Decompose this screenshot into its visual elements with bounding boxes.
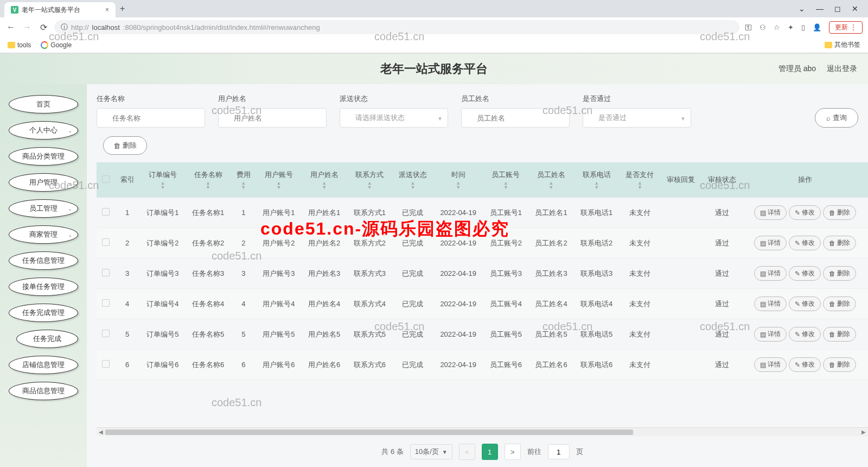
sidebar-item[interactable]: 首页 bbox=[9, 95, 78, 113]
maximize-icon[interactable]: ◻ bbox=[834, 4, 841, 13]
close-tab-icon[interactable]: × bbox=[105, 6, 109, 14]
sort-icon[interactable]: ▲▼ bbox=[351, 181, 388, 190]
sort-icon[interactable]: ▲▼ bbox=[144, 181, 181, 190]
column-header[interactable]: 时间▲▼ bbox=[433, 162, 483, 198]
row-checkbox[interactable] bbox=[102, 238, 110, 246]
detail-button[interactable]: ▤详情 bbox=[754, 327, 787, 342]
column-header[interactable]: 审核回复 bbox=[660, 162, 701, 198]
back-icon[interactable]: ← bbox=[5, 22, 16, 32]
edit-button[interactable]: ✎修改 bbox=[789, 357, 821, 372]
goto-page-input[interactable] bbox=[548, 444, 570, 459]
column-header[interactable]: 审核状态 bbox=[701, 162, 743, 198]
sidebar-item[interactable]: 用户管理⌄ bbox=[9, 173, 78, 192]
next-page-button[interactable]: > bbox=[505, 444, 521, 460]
scrollbar-thumb[interactable] bbox=[105, 430, 633, 435]
sidebar-item[interactable]: 员工管理⌄ bbox=[9, 199, 78, 218]
sort-icon[interactable]: ▲▼ bbox=[578, 181, 615, 190]
prev-page-button[interactable]: < bbox=[459, 444, 475, 460]
edit-button[interactable]: ✎修改 bbox=[789, 266, 821, 281]
star-icon[interactable]: ☆ bbox=[774, 23, 780, 31]
delivery-status-select[interactable]: 请选择派送状态 bbox=[340, 108, 448, 128]
update-button[interactable]: 更新 ⋮ bbox=[829, 21, 863, 34]
page-number[interactable]: 1 bbox=[482, 444, 498, 460]
horizontal-scrollbar[interactable]: ◀ ▶ bbox=[97, 427, 868, 436]
scroll-left-icon[interactable]: ◀ bbox=[97, 429, 105, 435]
detail-button[interactable]: ▤详情 bbox=[754, 205, 787, 220]
column-header[interactable]: 用户账号▲▼ bbox=[256, 162, 302, 198]
profile-icon[interactable]: 👤 bbox=[813, 23, 821, 31]
sidebar-item[interactable]: 个人中心⌄ bbox=[9, 121, 78, 140]
panel-icon[interactable]: ▯ bbox=[801, 23, 805, 31]
edit-button[interactable]: ✎修改 bbox=[789, 327, 821, 342]
edit-button[interactable]: ✎修改 bbox=[789, 296, 821, 311]
sidebar-item[interactable]: 接单任务管理 bbox=[9, 277, 78, 296]
chevron-down-icon[interactable]: ⌄ bbox=[799, 4, 805, 13]
edit-button[interactable]: ✎修改 bbox=[789, 205, 821, 220]
sidebar-item[interactable]: 任务信息管理 bbox=[9, 251, 78, 270]
detail-button[interactable]: ▤详情 bbox=[754, 357, 787, 372]
sort-icon[interactable]: ▲▼ bbox=[488, 181, 525, 190]
sort-icon[interactable]: ▲▼ bbox=[260, 181, 297, 190]
sort-icon[interactable]: ▲▼ bbox=[397, 181, 429, 190]
column-header[interactable]: 联系方式▲▼ bbox=[347, 162, 392, 198]
sidebar-item[interactable]: 店铺信息管理 bbox=[9, 356, 78, 374]
pass-select[interactable]: 是否通过 bbox=[583, 108, 691, 128]
column-header[interactable]: 任务名称▲▼ bbox=[186, 162, 231, 198]
url-input[interactable]: ⓘ http://localhost:8080/springboot4nsk1/… bbox=[54, 20, 739, 34]
detail-button[interactable]: ▤详情 bbox=[754, 266, 787, 281]
sort-icon[interactable]: ▲▼ bbox=[438, 181, 479, 190]
row-delete-button[interactable]: 🗑删除 bbox=[823, 296, 856, 311]
row-checkbox[interactable] bbox=[102, 360, 110, 368]
sidebar-item[interactable]: 任务完成管理 bbox=[9, 304, 78, 322]
reload-icon[interactable]: ⟳ bbox=[38, 22, 49, 33]
row-checkbox[interactable] bbox=[102, 299, 110, 307]
column-header[interactable]: 员工账号▲▼ bbox=[483, 162, 529, 198]
detail-button[interactable]: ▤详情 bbox=[754, 236, 787, 250]
task-name-input[interactable] bbox=[97, 108, 205, 128]
forward-icon[interactable]: → bbox=[22, 22, 33, 32]
close-window-icon[interactable]: ✕ bbox=[852, 4, 858, 13]
sort-icon[interactable]: ▲▼ bbox=[190, 181, 227, 190]
row-delete-button[interactable]: 🗑删除 bbox=[823, 266, 856, 281]
column-header[interactable]: 费用▲▼ bbox=[231, 162, 256, 198]
sort-icon[interactable]: ▲▼ bbox=[235, 181, 252, 190]
row-delete-button[interactable]: 🗑删除 bbox=[823, 327, 856, 342]
emp-name-input[interactable] bbox=[461, 108, 570, 128]
page-size-select[interactable]: 10条/页▼ bbox=[410, 444, 452, 459]
column-header[interactable]: 用户姓名▲▼ bbox=[302, 162, 347, 198]
new-tab-button[interactable]: + bbox=[120, 4, 125, 14]
sidebar-item[interactable]: 任务完成 bbox=[16, 330, 78, 348]
minimize-icon[interactable]: — bbox=[816, 4, 824, 13]
row-checkbox[interactable] bbox=[102, 330, 110, 337]
column-header[interactable]: 订单编号▲▼ bbox=[140, 162, 186, 198]
extension-icon[interactable]: ✦ bbox=[788, 23, 794, 31]
sidebar-item[interactable]: 商家管理⌄ bbox=[9, 225, 78, 244]
query-button[interactable]: ⌕查询 bbox=[815, 108, 858, 128]
delete-button[interactable]: 🗑删除 bbox=[103, 136, 147, 155]
bookmark-other[interactable]: 其他书签 bbox=[825, 40, 860, 49]
row-delete-button[interactable]: 🗑删除 bbox=[823, 236, 856, 250]
sort-icon[interactable]: ▲▼ bbox=[306, 181, 343, 190]
bookmark-google[interactable]: Google bbox=[41, 41, 72, 49]
admin-label[interactable]: 管理员 abo bbox=[778, 64, 816, 74]
sidebar-item[interactable]: 商品分类管理 bbox=[9, 147, 78, 166]
sidebar-item[interactable]: 商品信息管理 bbox=[9, 382, 78, 400]
column-header[interactable]: 是否支付▲▼ bbox=[620, 162, 661, 198]
select-all-checkbox[interactable] bbox=[102, 175, 110, 183]
browser-tab[interactable]: V 老年一站式服务平台 × bbox=[4, 2, 116, 17]
translate-icon[interactable]: ⚇ bbox=[760, 23, 766, 31]
row-delete-button[interactable]: 🗑删除 bbox=[823, 205, 856, 220]
key-icon[interactable]: ⚿ bbox=[745, 23, 752, 31]
scroll-right-icon[interactable]: ▶ bbox=[859, 429, 868, 435]
user-name-input[interactable] bbox=[218, 108, 327, 128]
sort-icon[interactable]: ▲▼ bbox=[533, 181, 570, 190]
logout-link[interactable]: 退出登录 bbox=[827, 64, 857, 74]
sort-icon[interactable]: ▲▼ bbox=[624, 181, 656, 190]
bookmark-tools[interactable]: tools bbox=[8, 41, 31, 49]
column-header[interactable]: 联系电话▲▼ bbox=[574, 162, 620, 198]
row-checkbox[interactable] bbox=[102, 269, 110, 276]
column-header[interactable]: 派送状态▲▼ bbox=[392, 162, 433, 198]
column-header[interactable]: 员工姓名▲▼ bbox=[528, 162, 574, 198]
edit-button[interactable]: ✎修改 bbox=[789, 236, 821, 250]
row-delete-button[interactable]: 🗑删除 bbox=[823, 357, 856, 372]
